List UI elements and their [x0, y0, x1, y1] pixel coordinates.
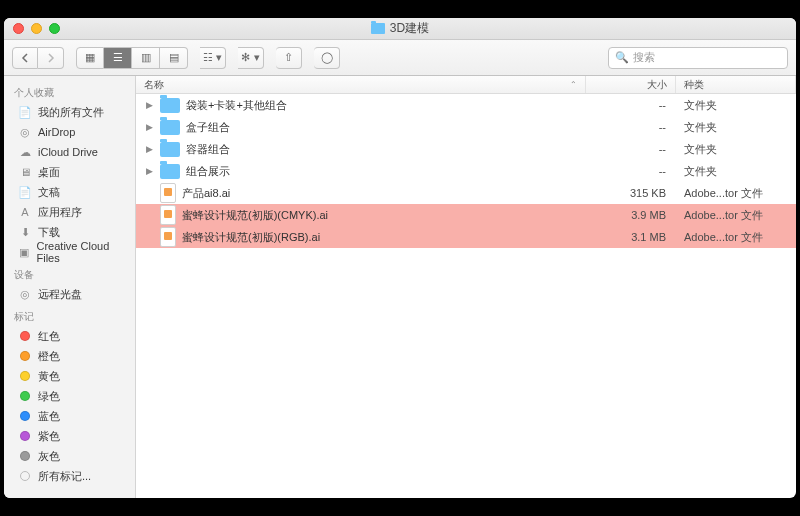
table-row[interactable]: ▶容器组合--文件夹	[136, 138, 796, 160]
file-name: 组合展示	[186, 164, 230, 179]
body: 个人收藏📄我的所有文件◎AirDrop☁iCloud Drive🖥桌面📄文稿A应…	[4, 76, 796, 498]
sidebar-item[interactable]: 灰色	[4, 446, 135, 466]
sidebar-item-label: 灰色	[38, 449, 60, 464]
sidebar-item[interactable]: 橙色	[4, 346, 135, 366]
sidebar-item-label: 远程光盘	[38, 287, 82, 302]
disclosure-icon[interactable]: ▶	[144, 100, 154, 110]
sidebar-icon: ☁	[18, 146, 32, 158]
share-segment: ⇧	[276, 47, 302, 69]
col-kind[interactable]: 种类	[676, 76, 796, 93]
file-name: 产品ai8.ai	[182, 186, 230, 201]
sidebar-item-label: 所有标记...	[38, 469, 91, 484]
sidebar-item[interactable]: 📄我的所有文件	[4, 102, 135, 122]
disclosure-icon[interactable]: ▶	[144, 166, 154, 176]
col-name[interactable]: 名称 ⌃	[136, 76, 586, 93]
sidebar-item[interactable]: ⬇下载	[4, 222, 135, 242]
sidebar-item[interactable]: 紫色	[4, 426, 135, 446]
folder-icon	[160, 164, 180, 179]
sidebar-item[interactable]: ◎AirDrop	[4, 122, 135, 142]
tag-dot-icon	[18, 410, 32, 422]
tag-dot-icon	[18, 470, 32, 482]
sidebar-item[interactable]: A应用程序	[4, 202, 135, 222]
sidebar: 个人收藏📄我的所有文件◎AirDrop☁iCloud Drive🖥桌面📄文稿A应…	[4, 76, 136, 498]
sidebar-item-label: Creative Cloud Files	[37, 240, 125, 264]
sidebar-icon: A	[18, 206, 32, 218]
coverflow-view-button[interactable]: ▤	[160, 47, 188, 69]
share-button[interactable]: ⇧	[276, 47, 302, 69]
table-row[interactable]: ▶盒子组合--文件夹	[136, 116, 796, 138]
tags-button[interactable]: ◯	[314, 47, 340, 69]
action-segment: ✻ ▾	[238, 47, 264, 69]
search-icon: 🔍	[615, 51, 629, 64]
sidebar-item-label: 文稿	[38, 185, 60, 200]
sidebar-icon: 📄	[18, 106, 32, 118]
file-kind: --	[586, 99, 676, 111]
sidebar-item-label: 绿色	[38, 389, 60, 404]
back-button[interactable]	[12, 47, 38, 69]
sidebar-item[interactable]: ☁iCloud Drive	[4, 142, 135, 162]
list-view-button[interactable]: ☰	[104, 47, 132, 69]
column-headers: 名称 ⌃ 大小 种类	[136, 76, 796, 94]
sidebar-icon: ⬇	[18, 226, 32, 238]
folder-icon	[160, 142, 180, 157]
sidebar-item[interactable]: 所有标记...	[4, 466, 135, 486]
sidebar-header: 标记	[4, 304, 135, 326]
sidebar-item-label: 应用程序	[38, 205, 82, 220]
table-row[interactable]: ▶组合展示--文件夹	[136, 160, 796, 182]
titlebar[interactable]: 3D建模	[4, 18, 796, 40]
file-name: 袋装+卡装+其他组合	[186, 98, 287, 113]
window-controls	[13, 23, 60, 34]
forward-button[interactable]	[38, 47, 64, 69]
icon-view-button[interactable]: ▦	[76, 47, 104, 69]
sidebar-header: 个人收藏	[4, 80, 135, 102]
toolbar: ▦ ☰ ▥ ▤ ☷ ▾ ✻ ▾ ⇧ ◯ 🔍 搜索	[4, 40, 796, 76]
col-size[interactable]: 大小	[586, 76, 676, 93]
sidebar-item[interactable]: 黄色	[4, 366, 135, 386]
minimize-button[interactable]	[31, 23, 42, 34]
sidebar-icon: ◎	[18, 126, 32, 138]
column-view-button[interactable]: ▥	[132, 47, 160, 69]
disclosure-icon[interactable]: ▶	[144, 144, 154, 154]
sidebar-item[interactable]: ▣Creative Cloud Files	[4, 242, 135, 262]
sidebar-item[interactable]: ◎远程光盘	[4, 284, 135, 304]
sidebar-item[interactable]: 绿色	[4, 386, 135, 406]
table-row[interactable]: 蜜蜂设计规范(初版)(RGB).ai3.1 MBAdobe...tor 文件	[136, 226, 796, 248]
zoom-button[interactable]	[49, 23, 60, 34]
file-kind: 315 KB	[586, 187, 676, 199]
search-input[interactable]: 🔍 搜索	[608, 47, 788, 69]
sidebar-item[interactable]: 蓝色	[4, 406, 135, 426]
folder-icon	[371, 23, 385, 34]
arrange-button[interactable]: ☷ ▾	[200, 47, 226, 69]
action-button[interactable]: ✻ ▾	[238, 47, 264, 69]
sidebar-item[interactable]: 📄文稿	[4, 182, 135, 202]
file-kind: 3.1 MB	[586, 231, 676, 243]
view-segment: ▦ ☰ ▥ ▤	[76, 47, 188, 69]
table-row[interactable]: 蜜蜂设计规范(初版)(CMYK).ai3.9 MBAdobe...tor 文件	[136, 204, 796, 226]
tag-dot-icon	[18, 330, 32, 342]
file-name: 容器组合	[186, 142, 230, 157]
search-placeholder: 搜索	[633, 50, 655, 65]
disclosure-icon[interactable]: ▶	[144, 122, 154, 132]
file-kind: --	[586, 143, 676, 155]
file-name: 蜜蜂设计规范(初版)(RGB).ai	[182, 230, 320, 245]
sidebar-item[interactable]: 红色	[4, 326, 135, 346]
ai-file-icon	[160, 205, 176, 225]
sidebar-item-label: 紫色	[38, 429, 60, 444]
sidebar-item-label: 蓝色	[38, 409, 60, 424]
tag-dot-icon	[18, 390, 32, 402]
tag-dot-icon	[18, 350, 32, 362]
close-button[interactable]	[13, 23, 24, 34]
folder-icon	[160, 98, 180, 113]
sidebar-item-label: 我的所有文件	[38, 105, 104, 120]
tag-dot-icon	[18, 430, 32, 442]
nav-segment	[12, 47, 64, 69]
title-text: 3D建模	[390, 20, 429, 37]
sidebar-item-label: iCloud Drive	[38, 146, 98, 158]
file-name: 盒子组合	[186, 120, 230, 135]
file-name: 蜜蜂设计规范(初版)(CMYK).ai	[182, 208, 328, 223]
sidebar-item[interactable]: 🖥桌面	[4, 162, 135, 182]
table-row[interactable]: ▶袋装+卡装+其他组合--文件夹	[136, 94, 796, 116]
file-kind: --	[586, 121, 676, 133]
table-row[interactable]: 产品ai8.ai315 KBAdobe...tor 文件	[136, 182, 796, 204]
sidebar-header: 设备	[4, 262, 135, 284]
